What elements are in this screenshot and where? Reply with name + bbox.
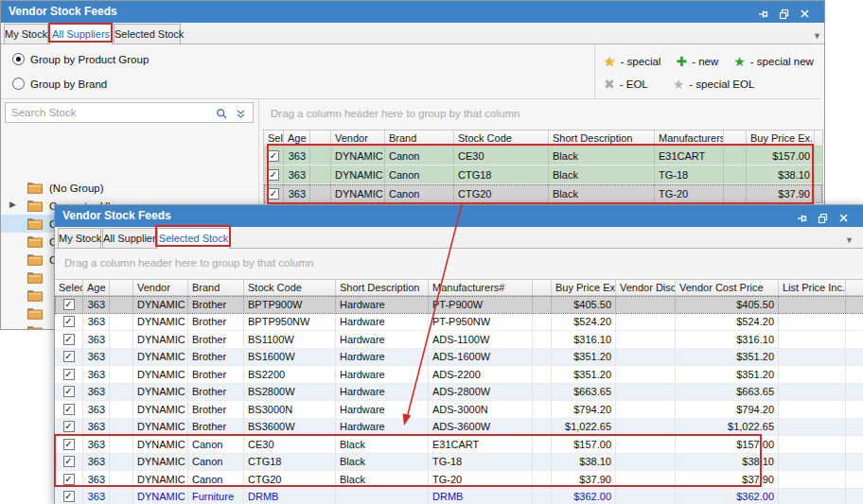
- radio-icon[interactable]: [12, 78, 25, 90]
- tab-selected-stock[interactable]: Selected Stock: [157, 228, 230, 249]
- table-row[interactable]: ✓363DYNAMICBrotherBS2800WHardwareADS-280…: [55, 384, 863, 402]
- table-row[interactable]: ✓363DYNAMICBrotherBPTP900WHardwarePT-P90…: [55, 296, 863, 314]
- tab-overflow-chevron-icon[interactable]: ▼: [813, 31, 821, 41]
- column-header-spacer: [724, 130, 747, 146]
- row-checkbox[interactable]: ✓: [63, 474, 75, 485]
- cell-spacer: [110, 296, 133, 314]
- cell-vendor: DYNAMIC: [331, 184, 385, 203]
- double-chevron-down-icon[interactable]: [236, 107, 246, 124]
- table-row[interactable]: ✓363DYNAMICBrotherBPTP950NWHardwarePT-P9…: [55, 314, 863, 332]
- column-header[interactable]: Buy Price Ex.: [747, 130, 815, 146]
- cell-vendor_disc: [616, 314, 676, 332]
- cell-select: ✓: [55, 489, 83, 504]
- row-checkbox[interactable]: ✓: [63, 334, 75, 345]
- column-header[interactable]: List Price Inc.: [779, 280, 846, 295]
- restore-icon[interactable]: [778, 6, 790, 18]
- table-row[interactable]: ✓363DYNAMICBrotherBS2200HardwareADS-2200…: [55, 366, 863, 384]
- column-header[interactable]: Age: [83, 280, 110, 295]
- column-header[interactable]: Vendor: [133, 280, 188, 295]
- cell-vendor_disc: [616, 296, 676, 314]
- row-checkbox[interactable]: ✓: [268, 150, 279, 162]
- table-row[interactable]: ✓363DYNAMICCanonCTG18BlackTG-18$38.10: [264, 165, 822, 184]
- cell-spacer: [846, 314, 863, 332]
- legend-item-special-new: ★- special new: [733, 55, 814, 68]
- radio-icon[interactable]: [12, 53, 25, 65]
- pin-icon[interactable]: [796, 210, 808, 222]
- radio-group-by-product-group[interactable]: Group by Product Group: [12, 53, 149, 65]
- tab-selected-stock[interactable]: Selected Stock: [114, 24, 181, 43]
- column-header[interactable]: Short Description: [336, 280, 429, 295]
- cell-vendor_disc: [616, 419, 676, 437]
- column-header[interactable]: Age: [284, 130, 310, 146]
- row-checkbox[interactable]: ✓: [63, 421, 75, 432]
- column-header[interactable]: Vendor: [331, 130, 385, 146]
- column-header[interactable]: Vendor Cost Price: [676, 280, 779, 295]
- table-row[interactable]: ✓363DYNAMICCanonCE30BlackE31CART$157.00: [264, 147, 822, 165]
- row-checkbox[interactable]: ✓: [268, 188, 279, 200]
- cell-age: 363: [83, 401, 110, 419]
- column-header[interactable]: Select: [264, 130, 284, 146]
- row-checkbox[interactable]: ✓: [268, 169, 279, 181]
- cell-brand: Canon: [385, 165, 454, 184]
- row-checkbox[interactable]: ✓: [63, 456, 75, 467]
- table-row[interactable]: ✓363DYNAMICCanonCTG20BlackTG-20$37.90: [264, 184, 822, 203]
- restore-icon[interactable]: [817, 210, 829, 222]
- cell-spacer: [533, 436, 552, 454]
- cell-stock_code: DRMB: [244, 489, 336, 504]
- column-header[interactable]: Buy Price Ex.: [552, 280, 616, 295]
- table-row[interactable]: ✓363DYNAMICBrotherBS3000NHardwareADS-300…: [55, 401, 863, 419]
- search-input[interactable]: [11, 103, 201, 122]
- column-header[interactable]: Stock Code: [244, 280, 336, 295]
- row-checkbox[interactable]: ✓: [63, 369, 75, 380]
- radio-group-by-brand[interactable]: Group by Brand: [12, 78, 107, 90]
- table-row[interactable]: ✓363DYNAMICCanonCTG20BlackTG-20$37.90$37…: [55, 471, 863, 489]
- row-checkbox[interactable]: ✓: [63, 386, 75, 397]
- title-bar[interactable]: Vendor Stock Feeds: [55, 205, 863, 227]
- table-row[interactable]: ✓363DYNAMICBrotherBS1100WHardwareADS-110…: [55, 331, 863, 349]
- cell-spacer: [533, 314, 552, 332]
- table-row[interactable]: ✓363DYNAMICCanonCTG18BlackTG-18$38.10$38…: [55, 454, 863, 472]
- column-header[interactable]: Brand: [188, 280, 244, 295]
- table-row[interactable]: ✓363DYNAMICBrotherBS3600WHardwareADS-360…: [55, 419, 863, 437]
- tab-all-suppliers[interactable]: All Suppliers: [102, 228, 156, 248]
- column-header[interactable]: Short Description: [549, 130, 655, 146]
- close-icon[interactable]: [837, 210, 850, 222]
- tree-item[interactable]: (No Group): [1, 179, 257, 197]
- cell-spacer: [815, 147, 823, 165]
- cell-select: ✓: [55, 349, 83, 367]
- title-bar[interactable]: Vendor Stock Feeds: [1, 1, 824, 23]
- cell-list_price: [779, 296, 846, 314]
- table-row[interactable]: ✓363DYNAMICCanonCE30BlackE31CART$157.00$…: [55, 436, 863, 454]
- column-header[interactable]: Vendor Disc.: [616, 280, 676, 295]
- row-checkbox[interactable]: ✓: [63, 439, 75, 450]
- search-icon[interactable]: [216, 107, 228, 124]
- cell-buy_price: $37.90: [747, 184, 815, 203]
- row-checkbox[interactable]: ✓: [63, 316, 75, 327]
- cell-age: 363: [83, 419, 110, 437]
- cell-select: ✓: [55, 471, 83, 489]
- window-title: Vendor Stock Feeds: [9, 5, 117, 18]
- row-checkbox[interactable]: ✓: [63, 491, 75, 502]
- column-header[interactable]: Manufacturers#: [429, 280, 533, 295]
- row-checkbox[interactable]: ✓: [63, 404, 75, 415]
- cell-buy_price: $157.00: [747, 147, 815, 165]
- column-header[interactable]: Manufacturers#: [655, 130, 724, 146]
- pin-icon[interactable]: [757, 6, 769, 18]
- tab-overflow-chevron-icon[interactable]: ▼: [845, 235, 854, 245]
- cell-manufacturers: TG-18: [429, 454, 533, 472]
- column-header[interactable]: Brand: [385, 130, 454, 146]
- column-header[interactable]: Stock Code: [454, 130, 549, 146]
- close-icon[interactable]: [799, 6, 811, 18]
- tab-my-stock[interactable]: My Stock: [58, 228, 101, 248]
- column-header[interactable]: Select: [55, 280, 83, 295]
- expander-icon[interactable]: ▶: [9, 200, 16, 209]
- row-checkbox[interactable]: ✓: [63, 351, 75, 362]
- table-row[interactable]: ✓363DYNAMICBrotherBS1600WHardwareADS-160…: [55, 349, 863, 367]
- table-row[interactable]: ✓363DYNAMICFurnitureDRMBDRMB$362.00$362.…: [55, 489, 863, 504]
- column-header-spacer: [846, 280, 863, 295]
- tab-all-suppliers[interactable]: All Suppliers: [49, 24, 113, 44]
- cell-brand: Brother: [188, 401, 244, 419]
- row-checkbox[interactable]: ✓: [63, 299, 75, 310]
- cell-short_description: Black: [549, 184, 655, 203]
- tab-my-stock[interactable]: My Stock: [4, 24, 48, 43]
